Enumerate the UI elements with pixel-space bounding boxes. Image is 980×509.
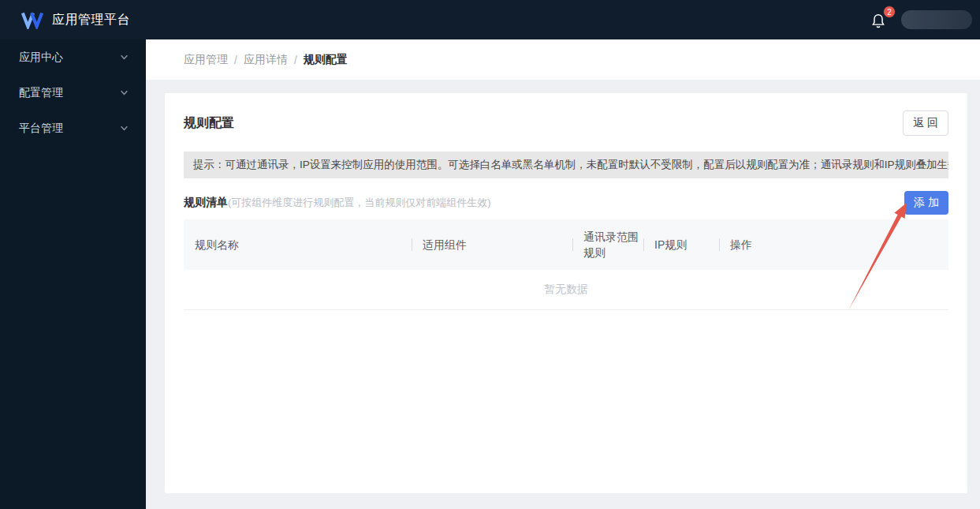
sidebar-item-config-mgmt[interactable]: 配置管理 [0,75,146,110]
sidebar-nav: 应用中心 配置管理 平台管理 [0,39,146,509]
back-button[interactable]: 返 回 [903,110,948,136]
column-header-component: 适用组件 [412,219,572,270]
sidebar-item-platform-mgmt[interactable]: 平台管理 [0,110,146,146]
top-bar: 应用管理平台 2 [0,0,980,39]
app-title: 应用管理平台 [52,12,130,28]
breadcrumb-separator: / [234,54,237,66]
sidebar-item-label: 平台管理 [19,122,63,136]
column-header-actions: 操作 [719,219,948,270]
notification-badge: 2 [883,6,896,18]
chevron-down-icon [120,53,129,62]
column-header-contact-scope: 通讯录范围规则 [572,219,643,270]
brand: 应用管理平台 [20,10,130,29]
tip-banner: 提示：可通过通讯录，IP设置来控制应用的使用范围。可选择白名单或黑名单机制，未配… [184,152,948,178]
table-header-row: 规则名称 适用组件 通讯录范围规则 IP规则 操作 [184,219,948,270]
column-header-rule-name: 规则名称 [184,219,412,270]
notification-bell-icon[interactable]: 2 [870,8,890,32]
rule-list-title: 规则清单 [184,196,228,210]
rule-list-note: (可按组件维度进行规则配置，当前规则仅对前端组件生效) [228,196,491,210]
column-header-ip-rule: IP规则 [643,219,719,270]
breadcrumb: 应用管理 / 应用详情 / 规则配置 [146,39,980,80]
rule-config-card: 规则配置 返 回 提示：可通过通讯录，IP设置来控制应用的使用范围。可选择白名单… [165,93,967,493]
page-title: 规则配置 [184,115,234,132]
chevron-down-icon [120,124,129,133]
rule-table: 规则名称 适用组件 通讯录范围规则 IP规则 操作 暂无数据 [184,219,948,310]
breadcrumb-app-mgmt[interactable]: 应用管理 [184,53,228,67]
sidebar-item-app-center[interactable]: 应用中心 [0,39,146,75]
add-rule-button[interactable]: 添 加 [904,191,948,215]
sidebar-item-label: 应用中心 [19,51,63,65]
breadcrumb-separator: / [294,54,297,66]
breadcrumb-current: 规则配置 [304,53,348,67]
chevron-down-icon [120,88,129,97]
breadcrumb-app-detail[interactable]: 应用详情 [244,53,288,67]
app-logo-icon [20,10,44,29]
table-empty-state: 暂无数据 [184,270,948,310]
sidebar-item-label: 配置管理 [19,86,63,100]
main-content: 应用管理 / 应用详情 / 规则配置 规则配置 返 回 提示：可通过通讯录，IP… [146,39,980,509]
user-account-blurred[interactable] [901,10,972,29]
